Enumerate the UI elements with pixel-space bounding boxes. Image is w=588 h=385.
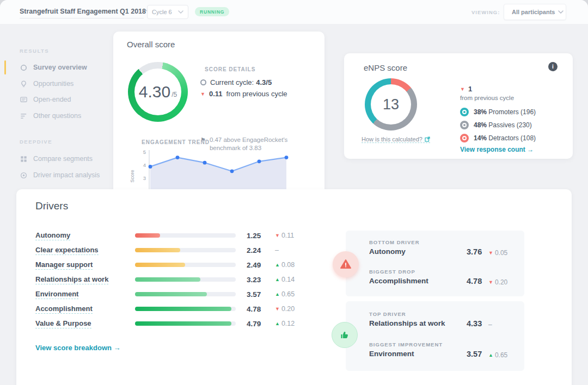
participants-label: All participants [512, 9, 555, 15]
passives-row: 48% Passives (230) [460, 121, 532, 129]
dashboard-app: Strangefruit Staff Engagement Q1 2018 Cy… [0, 0, 588, 385]
driver-row-relationships: Relationships at work 3.23 ▲0.14 [35, 274, 318, 285]
target-icon [20, 171, 28, 179]
driver-bar [135, 248, 236, 252]
svg-text:5: 5 [143, 149, 146, 155]
engagement-trend-header: ENGAGEMENT TREND [142, 139, 210, 145]
enps-score-card: eNPS score i 13 How is this calculated? … [344, 53, 573, 159]
triangle-down-icon: ▼ [460, 86, 465, 92]
topbar: Strangefruit Staff Engagement Q1 2018 Cy… [0, 0, 588, 24]
view-response-count-link[interactable]: View response count → [460, 146, 534, 153]
svg-text:3: 3 [143, 175, 146, 181]
survey-title: Strangefruit Staff Engagement Q1 2018 [20, 8, 146, 15]
driver-label[interactable]: Relationships at work [35, 275, 108, 284]
driver-row-accomplishment: Accomplishment 4.78 ▼0.20 [35, 303, 318, 315]
overall-score-title: Overall score [127, 40, 175, 49]
external-link-icon [425, 136, 430, 142]
status-badge: RUNNING [195, 7, 229, 16]
driver-label[interactable]: Manager support [35, 260, 93, 270]
sidebar-item-driver-impact[interactable]: Driver impact analysis [20, 170, 100, 181]
cycle-change-row: ▼ 0.11 from previous cycle [200, 90, 287, 98]
enps-change-row: ▼ 1 [460, 85, 472, 93]
cycle-label: Cycle 6 [152, 9, 172, 15]
sidebar-item-opportunities[interactable]: Opportunities [20, 78, 74, 89]
driver-label[interactable]: Value & Purpose [35, 319, 91, 328]
promoters-icon [460, 108, 469, 116]
cycle-select-dropdown[interactable]: Cycle 6 [147, 5, 188, 19]
enps-score-title: eNPS score [364, 63, 407, 72]
driver-label[interactable]: Clear expectations [35, 246, 99, 255]
top-driver-panel: TOP DRIVER Relationships at work 4.33 – … [346, 301, 524, 371]
participants-dropdown[interactable]: All participants [504, 4, 566, 20]
active-item-indicator [4, 60, 6, 74]
overall-score-donut: 4.30 /5 [128, 62, 188, 122]
info-icon[interactable]: i [548, 62, 558, 71]
detractors-row: 14% Detractors (108) [460, 134, 536, 142]
driver-row-manager-support: Manager support 2.49 ▲0.08 [35, 259, 318, 271]
sidebar-section-deepdive: DEEPDIVE [20, 139, 52, 145]
chevron-down-icon [558, 10, 564, 14]
warning-icon [340, 259, 352, 270]
drivers-card: Drivers Autonomy 1.25 ▼0.11 Clear expect… [16, 189, 572, 385]
enps-score-value: 13 [383, 96, 399, 113]
driver-bar [135, 307, 236, 311]
driver-label[interactable]: Autonomy [35, 231, 70, 240]
survey-select-dropdown[interactable]: Strangefruit Staff Engagement Q1 2018 [20, 5, 144, 18]
passives-icon [460, 121, 469, 129]
triangle-down-icon: ▼ [200, 91, 205, 97]
driver-row-environment: Environment 3.57 ▲0.65 [35, 288, 318, 300]
enps-change-caption: from previous cycle [460, 95, 514, 101]
lightbulb-icon [20, 80, 28, 88]
driver-label[interactable]: Environment [35, 290, 78, 299]
thumbs-up-icon [339, 330, 350, 340]
detractors-icon [460, 134, 469, 142]
current-cycle-row: Current cycle: 4.3/5 [200, 78, 272, 86]
cycle-ring-icon [200, 79, 206, 85]
how-calculated-link[interactable]: How is this calculated? [362, 136, 430, 143]
driver-bar [135, 233, 236, 238]
svg-text:Score: Score [130, 170, 135, 183]
driver-bar [135, 277, 236, 282]
sidebar-item-compare-segments[interactable]: Compare segments [20, 153, 93, 164]
sidebar-item-open-ended[interactable]: Open-ended [20, 94, 71, 105]
thumbs-up-badge [332, 322, 358, 348]
view-score-breakdown-link[interactable]: View score breakdown → [35, 344, 121, 352]
drivers-title: Drivers [35, 200, 68, 212]
driver-bar [135, 263, 236, 267]
driver-label[interactable]: Accomplishment [35, 305, 93, 314]
driver-bar [135, 321, 236, 326]
list-icon [20, 112, 28, 120]
driver-row-clear-expectations: Clear expectations 2.24 – [35, 244, 318, 256]
cycle-change-value: 0.11 [209, 90, 223, 98]
driver-bar [135, 292, 236, 296]
driver-row-value-purpose: Value & Purpose 4.79 ▲0.12 [35, 318, 318, 330]
svg-text:4: 4 [143, 162, 146, 168]
chevron-down-icon [178, 10, 183, 14]
overall-score-suffix: /5 [171, 91, 177, 98]
comment-icon [20, 96, 28, 104]
driver-row-autonomy: Autonomy 1.25 ▼0.11 [35, 229, 318, 241]
enps-change-value: 1 [468, 85, 472, 93]
bottom-driver-panel: BOTTOM DRIVER Autonomy 3.76 ▼0.05 BIGGES… [346, 231, 524, 296]
enps-donut: 13 [365, 78, 417, 131]
overall-score-value: 4.30 [139, 83, 170, 101]
warning-badge [333, 251, 359, 277]
circle-icon [20, 64, 28, 72]
promoters-row: 38% Promoters (196) [460, 108, 536, 116]
score-details-header: SCORE DETAILS [205, 66, 255, 72]
current-cycle-value: 4.3/5 [256, 78, 272, 86]
viewing-label: VIEWING: [471, 9, 500, 15]
sidebar-item-other-questions[interactable]: Other questions [20, 110, 81, 121]
grid-icon [20, 155, 28, 163]
sidebar-item-survey-overview[interactable]: Survey overview [20, 62, 87, 73]
sidebar-section-results: RESULTS [20, 48, 49, 54]
overall-score-card: Overall score 4.30 /5 SCORE DETAILS Curr… [113, 32, 324, 211]
